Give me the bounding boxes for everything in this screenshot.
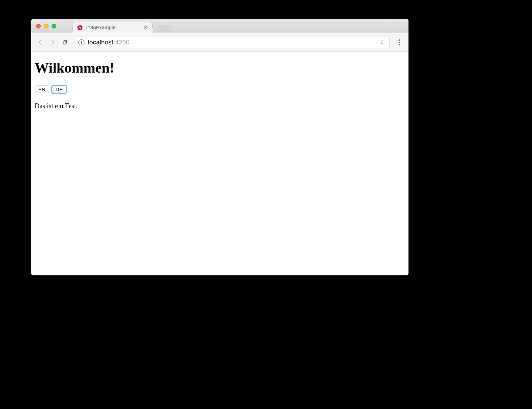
url-port: :4200 [113,39,130,46]
page-viewport: Wilkommen! EN DE Das ist ein Test. [31,52,408,275]
site-info-icon[interactable]: i [78,39,84,45]
close-window-button[interactable] [36,24,41,28]
page-heading: Wilkommen! [35,60,405,76]
page-body-text: Das ist ein Test. [35,102,405,110]
close-tab-icon[interactable]: ✕ [142,24,149,31]
address-bar[interactable]: i localhost:4200 ☆ [75,37,390,48]
minimize-window-button[interactable] [44,24,49,28]
url-text: localhost:4200 [88,39,130,46]
language-switcher: EN DE [35,85,405,93]
new-tab-button[interactable] [158,25,172,32]
tab-title: I18nExample [86,25,140,30]
lang-de-button[interactable]: DE [52,85,66,93]
bookmark-star-icon[interactable]: ☆ [380,38,386,46]
reload-icon [62,39,68,45]
maximize-window-button[interactable] [52,24,56,28]
url-host: localhost [88,39,113,46]
browser-window: I18nExample ✕ i localhost:4200 ☆ Wilkomm… [31,19,408,275]
arrow-left-icon [37,39,44,46]
window-controls [36,24,56,28]
browser-menu-button[interactable] [394,39,404,45]
browser-tab[interactable]: I18nExample ✕ [72,22,153,33]
forward-button[interactable] [48,37,58,47]
browser-toolbar: i localhost:4200 ☆ [31,33,408,52]
angular-favicon-icon [77,24,83,30]
back-button[interactable] [35,37,45,47]
arrow-right-icon [49,39,56,46]
reload-button[interactable] [60,37,70,47]
tab-strip: I18nExample ✕ [31,19,408,33]
lang-en-button[interactable]: EN [35,85,49,93]
